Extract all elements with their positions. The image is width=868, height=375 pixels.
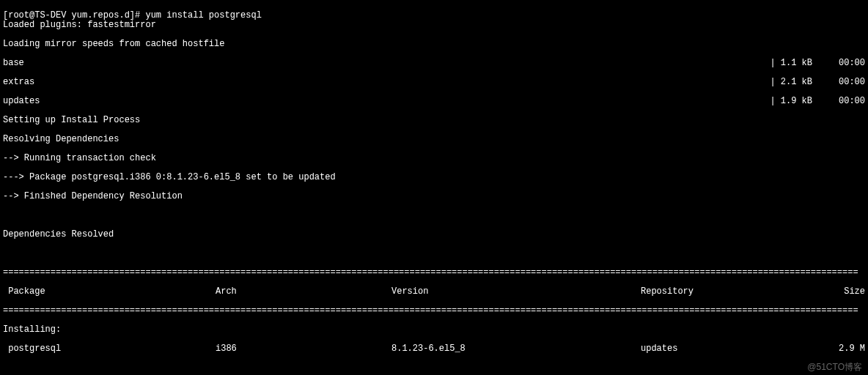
- col-size: Size: [844, 287, 865, 297]
- blank-line: [3, 211, 865, 220]
- terminal[interactable]: [root@TS-DEV yum.repos.d]# yum install p…: [0, 0, 868, 375]
- col-arch: Arch: [216, 287, 391, 297]
- cell-package: postgresql: [3, 344, 216, 354]
- blank-line: [3, 249, 865, 259]
- rule-double: ========================================…: [3, 268, 865, 278]
- prompt: [root@TS-DEV yum.repos.d]#: [3, 10, 145, 21]
- repo-name: updates: [3, 97, 40, 106]
- repo-size: | 1.1 kB 00:00: [770, 59, 865, 68]
- repo-size: | 1.9 kB 00:00: [770, 97, 865, 106]
- table-row: postgresqli3868.1.23-6.el5_8updates2.9 M: [3, 344, 865, 354]
- output-line: Setting up Install Process: [3, 116, 865, 125]
- command-text: yum install postgresql: [145, 10, 261, 21]
- col-version: Version: [391, 287, 641, 297]
- blank-line: [3, 363, 865, 373]
- repo-size: | 2.1 kB 00:00: [770, 78, 865, 87]
- table-header: PackageArchVersionRepositorySize: [3, 287, 865, 297]
- output-line: Resolving Dependencies: [3, 135, 865, 144]
- cell-size: 2.9 M: [839, 344, 865, 354]
- repo-row: extras| 2.1 kB 00:00: [3, 78, 865, 87]
- output-line: --> Running transaction check: [3, 154, 865, 163]
- output-line: --> Finished Dependency Resolution: [3, 192, 865, 201]
- col-package: Package: [3, 287, 216, 297]
- repo-row: base| 1.1 kB 00:00: [3, 59, 865, 68]
- repo-name: extras: [3, 78, 34, 87]
- output-line: Installing:: [3, 325, 865, 335]
- output-line: ---> Package postgresql.i386 0:8.1.23-6.…: [3, 173, 865, 182]
- repo-name: base: [3, 59, 24, 68]
- output-line: Loading mirror speeds from cached hostfi…: [3, 40, 865, 49]
- repo-row: updates| 1.9 kB 00:00: [3, 97, 865, 106]
- output-line: Loaded plugins: fastestmirror: [3, 21, 865, 30]
- rule-double: ========================================…: [3, 306, 865, 316]
- cell-version: 8.1.23-6.el5_8: [391, 344, 641, 354]
- cell-repository: updates: [641, 344, 839, 354]
- watermark: @51CTO博客: [807, 363, 862, 372]
- output-line: Dependencies Resolved: [3, 230, 865, 240]
- col-repository: Repository: [641, 287, 844, 297]
- cell-arch: i386: [216, 344, 391, 354]
